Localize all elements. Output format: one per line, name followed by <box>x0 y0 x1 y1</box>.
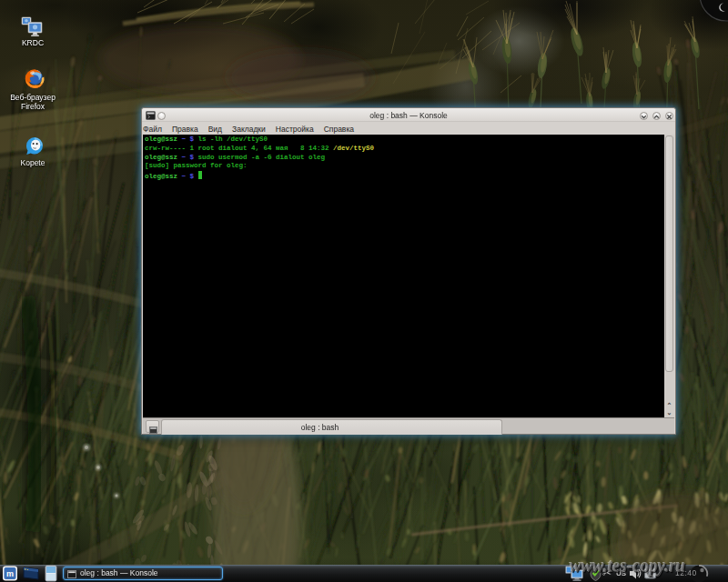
svg-text:m: m <box>6 569 14 578</box>
